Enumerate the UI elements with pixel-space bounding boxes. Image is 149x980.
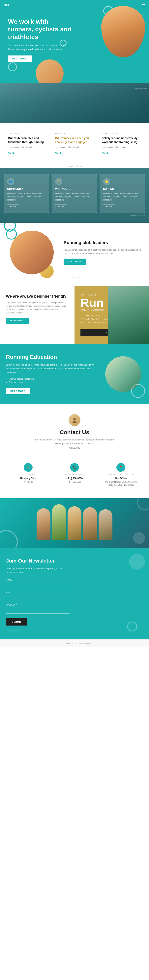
newsletter-image-credit: Image from Envato <box>6 630 143 632</box>
contact-title: Contact Us <box>6 429 143 436</box>
svg-point-1 <box>72 421 77 423</box>
hero-section: logo ☰ We work with runners, cyclists an… <box>0 0 149 83</box>
education-title: Running Education <box>6 354 97 360</box>
leaders-text: Running club leaders Nulla venenatis ero… <box>64 240 143 265</box>
leaders-image-credit: Image from Envato <box>6 276 143 278</box>
team-person5 <box>99 509 112 540</box>
newsletter-form: Name Email Message SUBMIT <box>6 579 69 625</box>
split-section: We are always beginner friendly Lorem ut… <box>0 286 149 344</box>
leaders-desc: Nulla venenatis eros sed felis eget veli… <box>64 248 143 255</box>
workouts-more-button[interactable]: MORE <box>55 204 67 209</box>
contact-address: nulla 12345 <box>6 447 143 449</box>
email-label: Email <box>6 592 69 593</box>
support-more-button[interactable]: MORE <box>103 204 115 209</box>
education-section: Running Education Lorem ipsum dolor sit … <box>0 344 149 404</box>
membership-more-link[interactable]: MORE <box>102 152 109 154</box>
education-list-item2: Program activities <box>6 381 97 384</box>
education-image-side <box>103 356 143 392</box>
image-credit1: Image from Envato <box>133 87 147 89</box>
newsletter-desc: Lorem ipsum dolor sit amet, consectetur … <box>6 567 66 574</box>
workouts-card: 🏃 WORKOUTS Lorem ipsum dolor sit amet, c… <box>52 174 97 213</box>
info-row-section: OUR MISSION Our Club promotes and friend… <box>0 123 149 164</box>
team-section <box>0 498 149 548</box>
hero-image-inner <box>101 6 145 57</box>
mission-more-link[interactable]: MORE <box>8 152 15 154</box>
education-list: Program goal and outcomes Program activi… <box>6 377 97 384</box>
email-input[interactable] <box>6 594 69 601</box>
training-more-link[interactable]: MORE <box>55 152 62 154</box>
community-more-button[interactable]: MORE <box>7 204 19 209</box>
hero-title: We work with runners, cyclists and triat… <box>8 18 75 41</box>
newsletter-circle1 <box>129 554 145 570</box>
education-inner: Running Education Lorem ipsum dolor sit … <box>6 354 143 394</box>
education-circle-outline <box>131 384 145 398</box>
leaders-title: Running club leaders <box>64 240 143 245</box>
leaders-inner: Running club leaders Nulla venenatis ero… <box>6 231 143 274</box>
phone-label: PHONE (LANDLINE) <box>54 474 95 476</box>
newsletter-circle2 <box>127 622 137 632</box>
phone-icon: 📞 <box>70 463 79 472</box>
newsletter-submit-button[interactable]: SUBMIT <box>6 618 27 625</box>
education-list-item1: Program goal and outcomes <box>6 377 97 381</box>
message-input[interactable] <box>6 607 69 614</box>
membership-label: MEMBERSHIP <box>102 133 141 135</box>
team-people-group <box>32 498 117 548</box>
runner-gradient <box>0 83 149 123</box>
location-icon: 📍 <box>117 463 125 472</box>
community-icon: 👥 <box>7 178 14 185</box>
education-read-more-button[interactable]: READ MoRE <box>6 388 30 394</box>
leaders-read-more-button[interactable]: READ MORE <box>64 259 86 265</box>
team-person3 <box>67 506 82 540</box>
membership-title: $200/year (includes weekly workout and t… <box>102 136 141 144</box>
about-label: ABOUT CLUB <box>8 474 48 476</box>
footer: Running Club · 2023 · All Rights Reserve… <box>0 640 149 647</box>
training-desc: Lorem ipsum dolor sit amet <box>55 146 94 149</box>
team-circle1 <box>0 530 18 548</box>
location-desc: The Inward Design Studio Creativity, Nor… <box>101 480 141 487</box>
newsletter-title: Join Our Newsletter <box>6 558 143 564</box>
training-label: TRAINING <box>55 133 94 135</box>
cards-image-credit: Image from Envato <box>4 215 145 217</box>
workouts-icon: 🏃 <box>55 178 62 185</box>
cards-section: 👥 COMMUNITY Lorem ipsum dolor sit amet, … <box>0 168 149 223</box>
mission-label: OUR MISSION <box>8 133 47 135</box>
support-card: ⭐ SUPPORT Lorem ipsum dolor sit amet, co… <box>100 174 145 213</box>
team-person1 <box>37 508 50 540</box>
community-desc: Lorem ipsum dolor sit amet, consectetur … <box>7 192 46 202</box>
name-input[interactable] <box>6 582 69 588</box>
training-title: Our trainers will keep you challenged an… <box>55 136 94 144</box>
mission-runner-image <box>108 286 149 344</box>
hero-deco-circle3 <box>8 62 17 71</box>
beginner-title: We are always beginner friendly <box>6 294 69 299</box>
about-card: 🏃 ABOUT CLUB Running Club Worldwide <box>6 461 50 488</box>
location-title: Our Office <box>101 477 141 480</box>
community-card: 👥 COMMUNITY Lorem ipsum dolor sit amet, … <box>4 174 49 213</box>
hero-deco-circle2 <box>59 40 67 46</box>
education-text: Running Education Lorem ipsum dolor sit … <box>6 354 97 394</box>
newsletter-section: Join Our Newsletter Lorem ipsum dolor si… <box>0 548 149 640</box>
education-desc: Lorem ipsum dolor sit amet, consectetur … <box>6 363 97 374</box>
mission-title: Our Club promotes and friendship through… <box>8 136 47 144</box>
beginner-read-more-button[interactable]: READ MORE <box>6 318 29 324</box>
workouts-desc: Lorem ipsum dolor sit amet, consectetur … <box>55 192 94 202</box>
leaders-circle-fill <box>10 231 54 274</box>
support-icon: ⭐ <box>103 178 110 185</box>
leaders-images <box>6 231 58 274</box>
membership-desc: Lorem ipsum dolor sit amet <box>102 146 141 149</box>
hero-read-more-button[interactable]: READ MORE <box>8 56 32 62</box>
menu-icon[interactable]: ☰ <box>141 3 145 8</box>
person-icon <box>72 417 77 423</box>
beginner-desc: Lorem ut labore et dolore magna aliqua. … <box>6 301 69 315</box>
team-person2 <box>52 504 66 540</box>
team-deco-circle <box>133 532 145 544</box>
message-label: Message <box>6 604 69 606</box>
team-circle2 <box>137 498 149 510</box>
mission-panel: OUR MISSION Run EVERY MORNING TRYING OUR… <box>75 286 149 344</box>
location-card: 📍 OUR OFFICE LOCATION Our Office The Inw… <box>99 461 143 488</box>
leaders-main-circle <box>10 231 54 274</box>
about-title: Running Club <box>8 477 48 480</box>
hero-bottom-image <box>36 59 64 83</box>
cards-row: 👥 COMMUNITY Lorem ipsum dolor sit amet, … <box>4 174 145 213</box>
name-label: Name <box>6 579 69 581</box>
logo: logo <box>4 3 9 6</box>
